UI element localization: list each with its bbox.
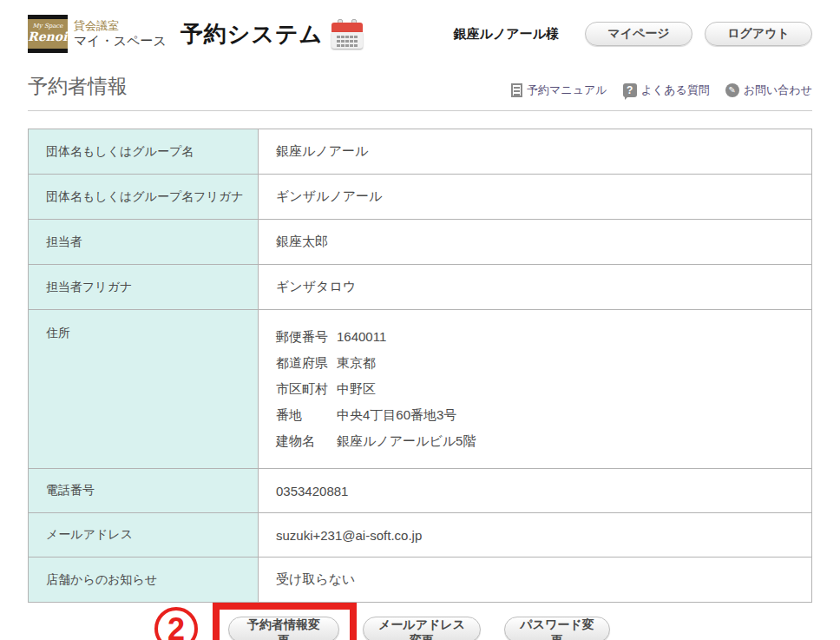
logo-myspace-text: My Space: [28, 19, 68, 30]
address-line: 番地中央4丁目60番地3号: [276, 402, 803, 428]
annotation-step-2: 2: [154, 607, 198, 640]
row-label: 団体名もしくはグループ名フリガナ: [29, 175, 259, 220]
address-line: 都道府県東京都: [276, 350, 803, 376]
mypage-button[interactable]: マイページ: [585, 22, 692, 46]
row-label: 住所: [29, 310, 259, 469]
faq-link[interactable]: ? よくある質問: [623, 82, 710, 98]
renoir-logo[interactable]: My Space Renoir: [28, 15, 68, 53]
table-row: 電話番号 0353420881: [29, 469, 812, 513]
row-value: ギンザタロウ: [259, 265, 812, 310]
contact-link-label: お問い合わせ: [744, 82, 812, 98]
manual-icon: [511, 83, 522, 97]
faq-link-label: よくある質問: [641, 82, 710, 98]
reservation-holder-info-table: 団体名もしくはグループ名 銀座ルノアール 団体名もしくはグループ名フリガナ ギン…: [28, 129, 812, 603]
title-divider: [28, 110, 812, 111]
question-icon: ?: [623, 83, 637, 97]
table-row: 団体名もしくはグループ名 銀座ルノアール: [29, 129, 812, 175]
row-value: 銀座太郎: [259, 220, 812, 265]
change-password-button[interactable]: パスワード変更: [504, 617, 610, 640]
address-value: 郵便番号1640011 都道府県東京都 市区町村中野区 番地中央4丁目60番地3…: [259, 310, 812, 469]
row-label: メールアドレス: [29, 513, 259, 558]
row-value: ギンザルノアール: [259, 175, 812, 220]
reservation-system-page: My Space Renoir 貸会議室 マイ・スペース 予約システム 銀座ルノ…: [0, 0, 840, 640]
row-label: 店舗からのお知らせ: [29, 558, 259, 603]
table-row-address: 住所 郵便番号1640011 都道府県東京都 市区町村中野区 番地中央4丁目60…: [29, 310, 812, 469]
calendar-header: [331, 23, 363, 32]
reservation-manual-link[interactable]: 予約マニュアル: [511, 82, 607, 98]
logout-button[interactable]: ログアウト: [705, 22, 812, 46]
row-value: 銀座ルノアール: [259, 129, 812, 175]
calendar-icon: [331, 19, 363, 49]
row-value: suzuki+231@ai-soft.co.jp: [259, 513, 812, 558]
row-label: 電話番号: [29, 469, 259, 513]
address-line: 建物名銀座ルノアールビル5階: [276, 428, 803, 454]
table-row: 団体名もしくはグループ名フリガナ ギンザルノアール: [29, 175, 812, 220]
help-links: 予約マニュアル ? よくある質問 ✎ お問い合わせ: [511, 82, 812, 98]
footer-actions: 2 予約者情報変更 メールアドレス変更 パスワード変更: [28, 603, 812, 640]
row-value: 0353420881: [259, 469, 812, 513]
manual-link-label: 予約マニュアル: [527, 82, 607, 98]
change-reservation-info-button[interactable]: 予約者情報変更: [228, 617, 339, 640]
title-row: 予約者情報 予約マニュアル ? よくある質問 ✎ お問い合わせ: [0, 54, 840, 100]
logo-caption-line1: 貸会議室: [74, 19, 167, 33]
row-label: 団体名もしくはグループ名: [29, 129, 259, 175]
calendar-grid: [337, 36, 340, 38]
pencil-icon: ✎: [725, 83, 739, 97]
address-line: 市区町村中野区: [276, 376, 803, 402]
address-line: 郵便番号1640011: [276, 324, 803, 350]
page-title: 予約者情報: [28, 73, 128, 100]
calendar-body: [331, 32, 363, 49]
logo-caption: 貸会議室 マイ・スペース: [74, 19, 167, 49]
header: My Space Renoir 貸会議室 マイ・スペース 予約システム 銀座ルノ…: [0, 0, 840, 54]
row-label: 担当者: [29, 220, 259, 265]
table-row: 担当者フリガナ ギンザタロウ: [29, 265, 812, 310]
table-row: 店舗からのお知らせ 受け取らない: [29, 558, 812, 603]
row-label: 担当者フリガナ: [29, 265, 259, 310]
row-value: 受け取らない: [259, 558, 812, 603]
app-title: 予約システム: [180, 19, 323, 49]
table-row: 担当者 銀座太郎: [29, 220, 812, 265]
table-row: メールアドレス suzuki+231@ai-soft.co.jp: [29, 513, 812, 558]
logo-renoir-text: Renoir: [28, 30, 68, 43]
logo-caption-line2: マイ・スペース: [74, 33, 167, 49]
change-email-button[interactable]: メールアドレス変更: [363, 617, 481, 640]
contact-link[interactable]: ✎ お問い合わせ: [725, 82, 812, 98]
logged-in-user-name: 銀座ルノアール様: [454, 26, 559, 43]
